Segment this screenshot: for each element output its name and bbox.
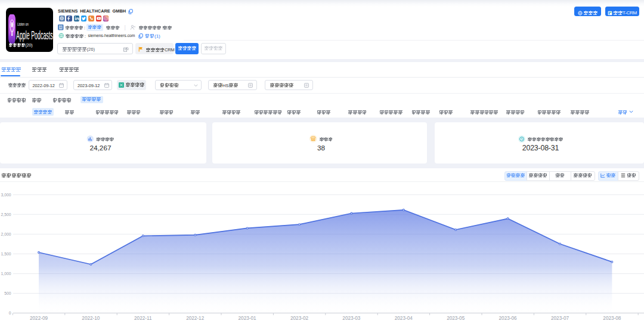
svg-text:500: 500 xyxy=(4,291,11,295)
svg-text:2023-08: 2023-08 xyxy=(603,316,621,321)
svg-text:2022-10: 2022-10 xyxy=(82,316,100,321)
svg-text:2023-02: 2023-02 xyxy=(290,316,308,321)
svg-text:0: 0 xyxy=(9,311,11,315)
svg-text:1,500: 1,500 xyxy=(1,252,11,256)
svg-text:2,000: 2,000 xyxy=(1,232,11,236)
svg-text:2023-07: 2023-07 xyxy=(551,316,569,321)
svg-text:2023-05: 2023-05 xyxy=(447,316,465,321)
svg-text:1,000: 1,000 xyxy=(1,271,11,276)
svg-text:3,000: 3,000 xyxy=(1,193,11,197)
svg-text:2023-06: 2023-06 xyxy=(499,316,517,321)
svg-text:2023-04: 2023-04 xyxy=(395,316,413,321)
svg-text:2023-03: 2023-03 xyxy=(342,316,360,321)
svg-text:2,500: 2,500 xyxy=(1,212,11,217)
svg-text:2022-11: 2022-11 xyxy=(134,316,152,321)
svg-text:2022-12: 2022-12 xyxy=(186,316,204,321)
svg-text:2022-09: 2022-09 xyxy=(30,316,48,321)
svg-text:2023-01: 2023-01 xyxy=(239,316,256,321)
